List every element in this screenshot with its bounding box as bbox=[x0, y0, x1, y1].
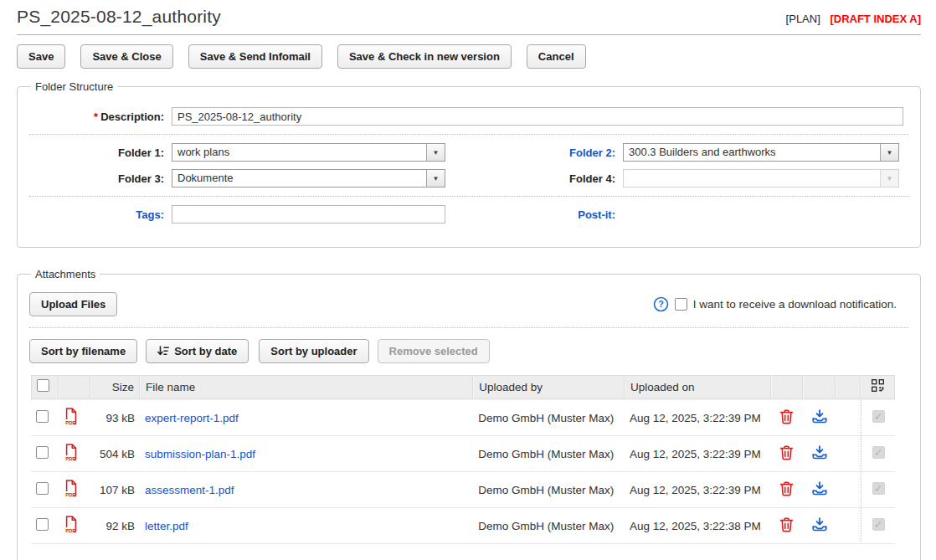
attachments-table: Size File name Uploaded by Uploaded on bbox=[31, 375, 895, 544]
sort-row: Sort by filename Sort by date Sort by up… bbox=[29, 339, 908, 363]
download-notification-label: I want to receive a download notificatio… bbox=[693, 298, 897, 311]
folder1-select[interactable]: work plans ▼ bbox=[172, 143, 445, 162]
description-label: *Description: bbox=[29, 110, 172, 123]
file-name-cell: submission-plan-1.pdf bbox=[140, 436, 473, 472]
select-all-checkbox[interactable] bbox=[37, 379, 49, 392]
attachments-table-header: Size File name Uploaded by Uploaded on bbox=[31, 375, 895, 399]
pdf-file-icon: PDF bbox=[64, 444, 78, 461]
download-button[interactable] bbox=[812, 517, 827, 532]
title-divider bbox=[17, 34, 921, 35]
row-checkbox[interactable] bbox=[36, 482, 49, 495]
spacer-cell bbox=[836, 508, 861, 544]
delete-button[interactable] bbox=[779, 409, 794, 424]
required-marker: * bbox=[94, 110, 98, 123]
download-icon bbox=[812, 409, 827, 424]
uploaded-on: Aug 12, 2025, 3:22:38 PM bbox=[625, 508, 771, 544]
pdf-file-icon: PDF bbox=[64, 480, 78, 497]
draft-index-badge: [DRAFT INDEX A] bbox=[830, 13, 921, 25]
download-icon bbox=[812, 481, 827, 496]
download-button[interactable] bbox=[812, 481, 827, 496]
trash-icon bbox=[779, 517, 794, 532]
sort-descending-icon bbox=[157, 346, 169, 357]
file-type-cell: PDF bbox=[59, 436, 91, 472]
sort-by-date-button[interactable]: Sort by date bbox=[146, 339, 249, 363]
uploaded-on: Aug 12, 2025, 3:22:39 PM bbox=[625, 436, 771, 472]
delete-button[interactable] bbox=[779, 445, 794, 460]
folder4-select: ▼ bbox=[623, 169, 899, 188]
file-type-cell: PDF bbox=[59, 399, 91, 436]
folder4-value bbox=[624, 170, 880, 187]
remove-selected-button[interactable]: Remove selected bbox=[378, 339, 490, 363]
delete-button[interactable] bbox=[779, 481, 794, 496]
attachment-row: PDF 107 kB assessment-1.pdf Demo GmbH (M… bbox=[31, 472, 895, 508]
row-select-cell bbox=[31, 508, 59, 544]
postit-label: Post-it: bbox=[445, 208, 623, 221]
qr-status-cell bbox=[861, 399, 895, 436]
tags-label: Tags: bbox=[29, 208, 172, 221]
folder-row-2: Folder 3: Dokumente ▼ Folder 4: ▼ bbox=[29, 169, 908, 188]
uploaded-by: Demo GmbH (Muster Max) bbox=[473, 472, 625, 508]
help-icon[interactable]: ? bbox=[653, 296, 669, 312]
file-name-cell: expert-report-1.pdf bbox=[140, 399, 473, 436]
sort-by-uploader-button[interactable]: Sort by uploader bbox=[259, 339, 368, 363]
cancel-button[interactable]: Cancel bbox=[527, 44, 586, 69]
uploaded-on: Aug 12, 2025, 3:22:39 PM bbox=[625, 399, 771, 436]
qr-status-cell bbox=[861, 436, 895, 472]
chevron-down-icon[interactable]: ▼ bbox=[880, 144, 898, 161]
file-link[interactable]: submission-plan-1.pdf bbox=[145, 448, 255, 460]
attachments-section: Attachments Upload Files ? I want to rec… bbox=[17, 268, 921, 560]
chevron-down-icon[interactable]: ▼ bbox=[426, 144, 445, 161]
file-name-header: File name bbox=[140, 375, 473, 399]
delete-button[interactable] bbox=[779, 517, 794, 532]
row-select-cell bbox=[31, 472, 59, 508]
download-notification-checkbox[interactable] bbox=[675, 298, 687, 311]
trash-icon bbox=[779, 445, 794, 460]
save-checkin-new-version-button[interactable]: Save & Check in new version bbox=[337, 44, 512, 69]
file-link[interactable]: assessment-1.pdf bbox=[145, 484, 234, 496]
save-send-infomail-button[interactable]: Save & Send Infomail bbox=[188, 44, 322, 69]
tags-input[interactable] bbox=[172, 205, 445, 223]
trash-icon bbox=[779, 481, 794, 496]
qr-applied-checkbox bbox=[872, 410, 885, 423]
description-input[interactable] bbox=[172, 107, 903, 126]
chevron-down-icon: ▼ bbox=[880, 170, 898, 187]
download-cell bbox=[803, 399, 836, 436]
folder4-label: Folder 4: bbox=[445, 172, 623, 185]
svg-text:PDF: PDF bbox=[65, 456, 75, 461]
separator bbox=[29, 196, 908, 197]
toolbar: Save Save & Close Save & Send Infomail S… bbox=[17, 44, 921, 69]
delete-cell bbox=[771, 472, 804, 508]
file-name-cell: letter.pdf bbox=[140, 508, 473, 544]
pdf-file-icon: PDF bbox=[64, 516, 78, 533]
separator bbox=[29, 327, 908, 328]
download-button[interactable] bbox=[812, 409, 827, 424]
title-row: PS_2025-08-12_authority [PLAN] [DRAFT IN… bbox=[17, 3, 921, 27]
save-button[interactable]: Save bbox=[17, 44, 65, 69]
qr-status-cell bbox=[861, 472, 895, 508]
file-link[interactable]: letter.pdf bbox=[145, 520, 188, 532]
document-edit-page: PS_2025-08-12_authority [PLAN] [DRAFT IN… bbox=[0, 0, 936, 560]
file-link[interactable]: expert-report-1.pdf bbox=[145, 412, 239, 424]
qr-header bbox=[861, 375, 895, 399]
folder-row-1: Folder 1: work plans ▼ Folder 2: 300.3 B… bbox=[29, 143, 908, 162]
folder2-select[interactable]: 300.3 Builders and earthworks ▼ bbox=[623, 143, 899, 162]
row-checkbox[interactable] bbox=[36, 518, 49, 531]
folder3-select[interactable]: Dokumente ▼ bbox=[172, 169, 445, 188]
spacer-cell bbox=[836, 472, 861, 508]
row-checkbox[interactable] bbox=[36, 410, 49, 423]
row-checkbox[interactable] bbox=[36, 446, 49, 459]
sort-by-filename-button[interactable]: Sort by filename bbox=[29, 339, 137, 363]
plan-badge: [PLAN] bbox=[786, 13, 820, 25]
svg-text:PDF: PDF bbox=[65, 528, 75, 533]
download-button[interactable] bbox=[812, 445, 827, 460]
chevron-down-icon[interactable]: ▼ bbox=[426, 170, 445, 187]
svg-text:PDF: PDF bbox=[65, 492, 75, 497]
folder-structure-section: Folder Structure *Description: Folder 1:… bbox=[17, 80, 921, 248]
upload-files-button[interactable]: Upload Files bbox=[29, 292, 117, 316]
save-close-button[interactable]: Save & Close bbox=[80, 44, 172, 69]
description-row: *Description: bbox=[29, 107, 908, 126]
file-name-cell: assessment-1.pdf bbox=[140, 472, 473, 508]
tags-row: Tags: Post-it: bbox=[29, 205, 908, 223]
uploaded-on: Aug 12, 2025, 3:22:39 PM bbox=[625, 472, 771, 508]
download-cell bbox=[803, 472, 836, 508]
